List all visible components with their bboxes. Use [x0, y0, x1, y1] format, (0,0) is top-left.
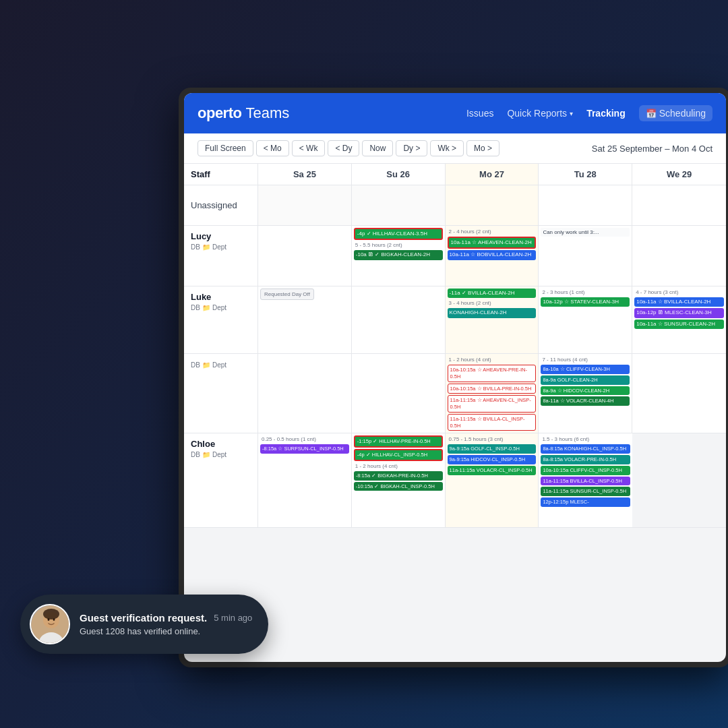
db-icon: DB	[191, 304, 200, 311]
row-chloe: Chloe DB 📁 Dept 0.25 - 0.5 hours (1 cnt)…	[184, 433, 726, 528]
event-hidcov-clean[interactable]: 8a-9a ☆ HIDCOV-CLEAN-2H	[541, 386, 630, 396]
luke-staff-cell: Luke DB 📁 Dept	[184, 286, 258, 353]
event-hidcov-insp[interactable]: 9a-9:15a HIDCOV-CL_INSP-0.5H	[448, 455, 537, 464]
calendar-icon: 📅	[646, 109, 657, 119]
event-bvilla-pre-in[interactable]: 10a-10:15a ☆ BVILLA-PRE-IN-0.5H	[448, 384, 537, 394]
chloe-dept: DB 📁 Dept	[191, 451, 251, 458]
now-button[interactable]: Now	[362, 140, 393, 156]
svg-point-4	[48, 618, 50, 621]
lucy-sa25	[258, 226, 352, 286]
calendar: Staff Sa 25 Su 26 Mo 27 Tu 28 We 29 Unas…	[184, 164, 726, 528]
requested-day-off: Requested Day Off	[260, 289, 314, 300]
lucy-can-only: Can only work until 3:...	[541, 228, 630, 237]
unnamed-dept: DB 📁 Dept	[191, 361, 251, 369]
luke-tu28: 2 - 3 hours (1 cnt) 10a-12p ☆ STATEV-CLE…	[539, 286, 632, 353]
event-bobvilla-clean[interactable]: 10a-11a ☆ BOBVILLA-CLEAN-2H	[448, 250, 537, 260]
event-statev-clean[interactable]: 10a-12p ☆ STATEV-CLEAN-3H	[541, 297, 630, 307]
nav-tracking[interactable]: Tracking	[586, 108, 626, 119]
event-bvilla-insp[interactable]: 11a-11:15a ☆ BVILLA-CL_INSP-0.5H	[448, 414, 537, 431]
event-aheaven-insp[interactable]: 11a-11:15a ☆ AHEAVEN-CL_INSP-0.5H	[448, 395, 537, 413]
event-mlesc-clean[interactable]: 10a-12p 🖹 MLESC-CLEAN-3H	[634, 308, 724, 317]
event-volacr-pre-in[interactable]: 8a-8:15a VOLACR-PRE-IN-0.5H	[541, 455, 630, 464]
event-bigkah-clean[interactable]: -10a 🖹 ✓ BIGKAH-CLEAN-2H	[354, 250, 443, 260]
toast-title: Guest verification request. 5 min ago	[80, 612, 252, 624]
event-hillhav-clean[interactable]: -4p ✓ HILLHAV-CLEAN-3.5H	[354, 228, 443, 240]
event-golf-clean[interactable]: 8a-9a GOLF-CLEAN-2H	[541, 375, 630, 385]
chloe-staff-cell: Chloe DB 📁 Dept	[184, 433, 258, 527]
event-hillhav-cl-insp[interactable]: -4p ✓ HILLHAV-CL_INSP-0.5H	[354, 449, 443, 461]
event-sunsur-clean[interactable]: 10a-11a ☆ SUNSUR-CLEAN-2H	[634, 320, 724, 329]
row-lucy: Lucy DB 📁 Dept -4p ✓ HILLHAV-CLEAN-3.5H …	[184, 226, 726, 286]
chloe-su26: -1:15p ✓ HILLHAV-PRE-IN-0.5H -4p ✓ HILLH…	[352, 433, 446, 527]
toolbar-buttons: Full Screen < Mo < Wk < Dy Now Dy > Wk >…	[198, 140, 499, 156]
lucy-mo27-hours: 2 - 4 hours (2 cnt)	[448, 228, 537, 235]
folder-icon: 📁	[202, 304, 210, 311]
calendar-header: Staff Sa 25 Su 26 Mo 27 Tu 28 We 29	[184, 164, 726, 185]
event-volacr-clean[interactable]: 8a-11a ☆ VOLACR-CLEAN-4H	[541, 396, 630, 406]
event-surfsun-insp[interactable]: -8:15a ☆ SURFSUN-CL_INSP-0.5H	[260, 444, 349, 454]
unassigned-sa25	[258, 185, 352, 225]
prev-week-button[interactable]: < Wk	[292, 140, 326, 156]
mo27-col-header: Mo 27	[446, 164, 539, 185]
event-bvilla-clean-we[interactable]: 10a-11a ☆ BVILLA-CLEAN-2H	[634, 297, 724, 307]
chloe-sa25-hours: 0.25 - 0.5 hours (1 cnt)	[260, 435, 349, 443]
luke-dept: DB 📁 Dept	[191, 304, 251, 311]
we29-col-header: We 29	[632, 164, 726, 185]
unnamed-we29	[632, 354, 726, 433]
luke-mo27-hours: 3 - 4 hours (2 cnt)	[448, 299, 537, 307]
next-day-button[interactable]: Dy >	[396, 140, 427, 156]
luke-mo27: -11a ✓ BVILLA-CLEAN-2H 3 - 4 hours (2 cn…	[446, 286, 539, 353]
svg-point-2	[43, 609, 59, 619]
event-bvilla-clean[interactable]: -11a ✓ BVILLA-CLEAN-2H	[448, 289, 537, 298]
event-mlesc-insp[interactable]: 12p-12:15p MLESC-	[541, 497, 630, 507]
chloe-su26-hours: 1 - 2 hours (4 cnt)	[354, 462, 443, 470]
lucy-mo27: 2 - 4 hours (2 cnt) 10a-11a ☆ AHEAVEN-CL…	[446, 226, 539, 286]
next-week-button[interactable]: Wk >	[430, 140, 464, 156]
row-unnamed: DB 📁 Dept 1 - 2 hours (4 cnt) 10a-10:15a…	[184, 354, 726, 433]
toast-avatar	[30, 604, 70, 644]
nav-quick-reports[interactable]: Quick Reports ▾	[507, 108, 573, 119]
lucy-name: Lucy	[191, 231, 251, 241]
nav-issues[interactable]: Issues	[466, 108, 493, 119]
chloe-we29-hours: 1.5 - 3 hours (6 cnt)	[541, 435, 630, 443]
event-bvilla-insp-we[interactable]: 11a-11:15a BVILLA-CL_INSP-0.5H	[541, 477, 630, 486]
event-volacr-insp[interactable]: 11a-11:15a VOLACR-CL_INSP-0.5H	[448, 466, 537, 475]
event-golf-insp[interactable]: 9a-9:15a GOLF-CL_INSP-0.5H	[448, 444, 537, 454]
event-bigkah-pre-in[interactable]: -8:15a ✓ BIGKAH-PRE-IN-0.5H	[354, 471, 443, 481]
luke-tu28-hours: 2 - 3 hours (1 cnt)	[541, 289, 630, 296]
luke-su26	[352, 286, 446, 353]
unassigned-mo27	[446, 185, 539, 225]
unnamed-su26	[352, 354, 446, 433]
event-konahigh-clean[interactable]: KONAHIGH-CLEAN-2H	[448, 308, 537, 317]
event-bigkah-cl-insp[interactable]: -10:15a ✓ BIGKAH-CL_INSP-0.5H	[354, 482, 443, 491]
prev-month-button[interactable]: < Mo	[256, 140, 289, 156]
prev-day-button[interactable]: < Dy	[328, 140, 359, 156]
unnamed-mo27: 1 - 2 hours (4 cnt) 10a-10:15a ☆ AHEAVEN…	[446, 354, 539, 433]
unnamed-sa25	[258, 354, 352, 433]
event-cliffv-insp[interactable]: 10a-10:15a CLIFFV-CL_INSP-0.5H	[541, 466, 630, 475]
toast-notification: Guest verification request. 5 min ago Gu…	[20, 595, 268, 654]
event-hillhav-pre-in[interactable]: -1:15p ✓ HILLHAV-PRE-IN-0.5H	[354, 435, 443, 448]
event-cliffv-clean[interactable]: 8a-10a ☆ CLIFFV-CLEAN-3H	[541, 365, 630, 374]
chloe-we29: 1.5 - 3 hours (6 cnt) 8a-8:15a KONAHIGH-…	[539, 433, 632, 527]
fullscreen-button[interactable]: Full Screen	[198, 140, 253, 156]
unassigned-label: Unassigned	[191, 200, 237, 210]
sa25-col-header: Sa 25	[258, 164, 352, 185]
event-sunsur-insp[interactable]: 11a-11:15a SUNSUR-CL_INSP-0.5H	[541, 487, 630, 496]
nav-scheduling[interactable]: 📅 Scheduling	[639, 105, 712, 121]
unnamed-staff-cell: DB 📁 Dept	[184, 354, 258, 433]
unnamed-mo27-hours: 1 - 2 hours (4 cnt)	[448, 356, 537, 363]
chloe-mo27-hours: 0.75 - 1.5 hours (3 cnt)	[448, 435, 537, 443]
event-konahigh-insp[interactable]: 8a-8:15a KONAHIGH-CL_INSP-0.5H	[541, 444, 630, 454]
event-aheaven-pre-in[interactable]: 10a-10:15a ☆ AHEAVEN-PRE-IN-0.5H	[448, 365, 537, 382]
lucy-staff-cell: Lucy DB 📁 Dept	[184, 226, 258, 286]
event-aheaven-clean[interactable]: 10a-11a ☆ AHEAVEN-CLEAN-2H	[448, 237, 537, 249]
dept-label: Dept	[212, 243, 226, 251]
next-month-button[interactable]: Mo >	[466, 140, 499, 156]
unnamed-tu28-hours: 7 - 11 hours (4 cnt)	[541, 356, 630, 363]
logo: operto Teams	[198, 104, 289, 122]
staff-col-header: Staff	[184, 164, 258, 185]
luke-we29-hours: 4 - 7 hours (3 cnt)	[634, 289, 724, 296]
chloe-name: Chloe	[191, 439, 251, 449]
toast-time: 5 min ago	[214, 613, 252, 623]
